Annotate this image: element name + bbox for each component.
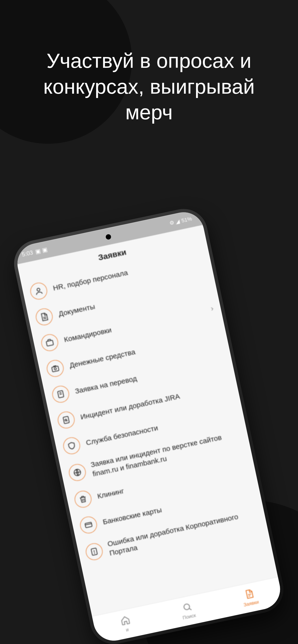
alert-doc-icon <box>84 542 104 562</box>
trash-icon <box>73 489 93 509</box>
phone-screen: 5:03 ▣ ▣ ⚙ ◢ 51% Заявки HR, подбор персо… <box>14 208 284 644</box>
phone-frame: 5:03 ▣ ▣ ⚙ ◢ 51% Заявки HR, подбор персо… <box>10 204 288 644</box>
status-indicator-icon: ▣ ▣ <box>35 246 48 255</box>
search-doc-icon <box>56 410 76 430</box>
status-time: 5:03 <box>21 249 34 258</box>
requests-icon <box>244 588 255 601</box>
chevron-right-icon: › <box>210 304 214 313</box>
home-icon <box>119 614 131 627</box>
battery-level: 51% <box>181 216 192 224</box>
shield-icon <box>62 436 82 456</box>
briefcase-icon <box>40 333 60 353</box>
globe-icon <box>67 463 87 482</box>
requests-list: HR, подбор персоналаДокументыКомандировк… <box>21 242 268 569</box>
note-icon <box>51 384 71 404</box>
camera-icon <box>45 358 65 378</box>
wifi-icon: ⚙ ◢ <box>169 218 181 226</box>
document-icon <box>34 307 54 327</box>
user-icon <box>29 281 49 301</box>
promo-headline: Участвуй в опросах и конкурсах, выигрыва… <box>17 48 281 125</box>
nav-label: и <box>125 627 129 633</box>
search-icon <box>181 601 193 614</box>
card-icon <box>78 515 98 535</box>
